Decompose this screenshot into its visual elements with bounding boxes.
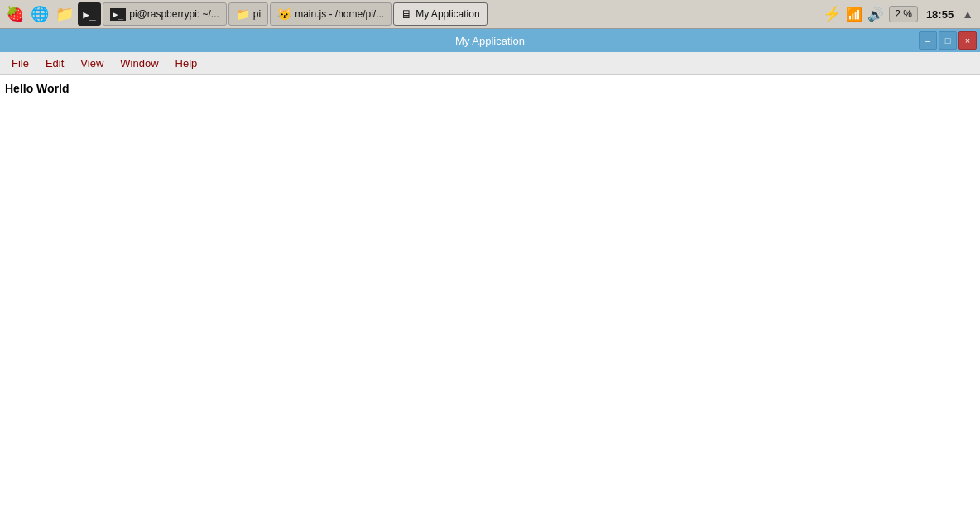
bluetooth-icon[interactable]: ⚡	[823, 5, 841, 23]
files-icon[interactable]: 📁	[53, 2, 76, 26]
time-display: 18:55	[923, 8, 957, 21]
terminal-tab[interactable]: ▶_ pi@raspberrypi: ~/...	[103, 2, 227, 26]
files-tab-label: pi	[253, 8, 261, 20]
menu-window[interactable]: Window	[112, 54, 166, 73]
terminal-tab-label: pi@raspberrypi: ~/...	[129, 8, 219, 20]
maximize-button[interactable]: □	[939, 31, 957, 50]
window-titlebar: My Application – □ ×	[0, 29, 980, 52]
app-tab[interactable]: 🖥 My Application	[393, 2, 487, 26]
notifications-icon[interactable]: ▲	[962, 7, 973, 21]
menu-view[interactable]: View	[72, 54, 112, 73]
editor-tab[interactable]: 😺 main.js - /home/pi/...	[270, 2, 392, 26]
files-tab[interactable]: 📁 pi	[228, 2, 268, 26]
menu-edit[interactable]: Edit	[37, 54, 72, 73]
editor-tab-icon: 😺	[277, 7, 291, 21]
browser-icon[interactable]: 🌐	[28, 2, 51, 26]
window-controls: – □ ×	[919, 31, 977, 50]
close-button[interactable]: ×	[958, 31, 977, 50]
application-window: My Application – □ × File Edit View Wind…	[0, 29, 980, 516]
system-tray: ⚡ 📶 🔊 2 % 18:55 ▲	[823, 5, 977, 23]
menubar: File Edit View Window Help	[0, 52, 980, 75]
app-content: Hello World	[0, 75, 980, 516]
minimize-button[interactable]: –	[919, 31, 937, 50]
terminal-icon[interactable]: ▶_	[78, 2, 101, 26]
files-tab-icon: 📁	[236, 7, 250, 21]
raspberry-pi-icon[interactable]: 🍓	[3, 2, 26, 26]
taskbar-tabs: ▶_ pi@raspberrypi: ~/... 📁 pi 😺 main.js …	[103, 2, 821, 26]
app-tab-icon: 🖥	[401, 7, 412, 21]
volume-icon[interactable]: 🔊	[867, 7, 884, 22]
app-tab-label: My Application	[416, 8, 479, 20]
window-title: My Application	[455, 35, 525, 47]
hello-world-text: Hello World	[5, 82, 70, 95]
battery-indicator: 2 %	[889, 6, 918, 22]
editor-tab-label: main.js - /home/pi/...	[295, 8, 384, 20]
terminal-tab-icon: ▶_	[110, 8, 126, 21]
taskbar: 🍓 🌐 📁 ▶_ ▶_ pi@raspberrypi: ~/... 📁 pi 😺…	[0, 0, 980, 29]
menu-file[interactable]: File	[3, 54, 37, 73]
battery-label: 2 %	[895, 8, 912, 20]
menu-help[interactable]: Help	[167, 54, 206, 73]
wifi-icon[interactable]: 📶	[846, 7, 862, 22]
